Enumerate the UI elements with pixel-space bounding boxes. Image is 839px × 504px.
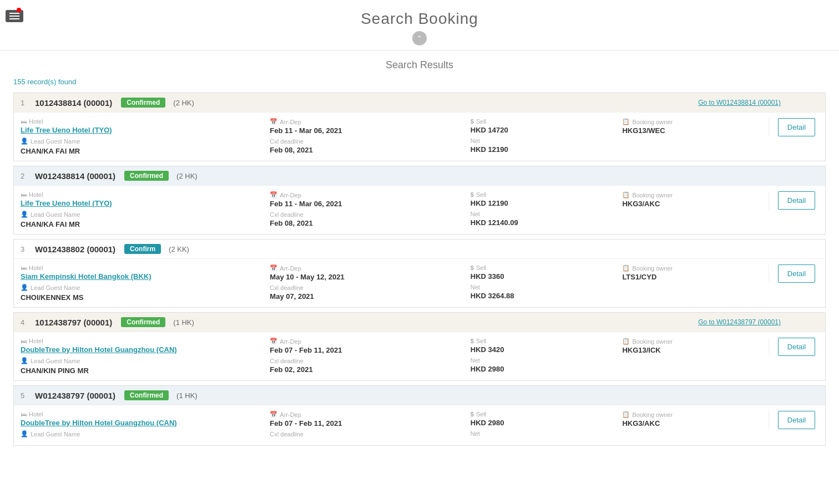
rooms-count: (2 HK) bbox=[173, 99, 194, 107]
col-owner: Booking owner HKG13/WEC bbox=[622, 118, 769, 135]
owner-value: LTS1/CYD bbox=[622, 273, 769, 281]
hotel-link[interactable]: Siam Kempinski Hotel Bangkok (BKK) bbox=[21, 272, 264, 281]
person-icon bbox=[21, 357, 28, 364]
result-item: 2 W012438814 (00001) Confirmed (2 HK) Ho… bbox=[13, 166, 826, 235]
dollar-icon bbox=[471, 338, 474, 344]
result-number: 4 bbox=[21, 318, 29, 327]
col-hotel: Hotel Life Tree Ueno Hotel (TYO) Lead Gu… bbox=[21, 118, 270, 155]
collapse-button[interactable]: ⌃ bbox=[412, 31, 427, 45]
hotel-link[interactable]: Life Tree Ueno Hotel (TYO) bbox=[21, 199, 264, 207]
arr-dep-value: Feb 07 - Feb 11, 2021 bbox=[270, 419, 464, 427]
col-price: Sell HKD 3360 Net HKD 3264.88 bbox=[471, 264, 623, 300]
arr-dep-label: Arr-Dep bbox=[270, 411, 464, 418]
owner-label: Booking owner bbox=[622, 118, 769, 125]
go-to-link[interactable]: Go to W012438797 (00001) bbox=[698, 318, 781, 326]
result-item: 3 W012438802 (00001) Confirm (2 KK) Hote… bbox=[13, 239, 826, 308]
net-value: HKD 3264.88 bbox=[471, 292, 617, 300]
hotel-link[interactable]: DoubleTree by Hilton Hotel Guangzhou (CA… bbox=[21, 345, 264, 354]
col-hotel: Hotel DoubleTree by Hilton Hotel Guangzh… bbox=[21, 411, 270, 440]
result-number: 5 bbox=[21, 391, 29, 400]
hotel-label: Hotel bbox=[21, 264, 264, 271]
net-label: Net bbox=[471, 138, 617, 144]
page-title: Search Booking bbox=[0, 10, 839, 28]
notification-dot bbox=[17, 8, 21, 12]
owner-value: HKG3/AKC bbox=[622, 419, 769, 427]
bed-icon bbox=[21, 338, 27, 344]
bed-icon bbox=[21, 411, 27, 418]
cxl-label: Cxl deadline bbox=[270, 358, 464, 364]
bed-icon bbox=[21, 264, 27, 271]
detail-button[interactable]: Detail bbox=[778, 338, 815, 356]
col-price: Sell HKD 14720 Net HKD 12190 bbox=[471, 118, 623, 154]
sell-value: HKD 12190 bbox=[471, 199, 617, 207]
col-price: Sell HKD 3420 Net HKD 2980 bbox=[471, 338, 623, 373]
dollar-icon bbox=[471, 191, 474, 198]
guest-label: Lead Guest Name bbox=[21, 138, 264, 145]
col-owner: Booking owner HKG3/AKC bbox=[622, 191, 769, 208]
cxl-label: Cxl deadline bbox=[270, 138, 464, 145]
guest-label: Lead Guest Name bbox=[21, 430, 264, 437]
calendar-icon bbox=[270, 338, 277, 345]
hotel-link[interactable]: Life Tree Ueno Hotel (TYO) bbox=[21, 126, 264, 134]
col-owner: Booking owner HKG3/AKC bbox=[622, 411, 769, 427]
sell-label: Sell bbox=[471, 191, 617, 198]
sell-label: Sell bbox=[471, 118, 617, 125]
result-header: 1 1012438814 (00001) Confirmed (2 HK) Go… bbox=[14, 93, 825, 112]
arr-dep-label: Arr-Dep bbox=[270, 191, 464, 198]
result-item: 5 W012438797 (00001) Confirmed (1 HK) Ho… bbox=[13, 385, 826, 446]
net-value: HKD 12190 bbox=[471, 145, 617, 154]
result-header: 5 W012438797 (00001) Confirmed (1 HK) bbox=[14, 386, 825, 405]
person-icon bbox=[21, 284, 28, 291]
sell-value: HKD 14720 bbox=[471, 126, 617, 134]
net-label: Net bbox=[471, 211, 617, 217]
col-dates: Arr-Dep Feb 07 - Feb 11, 2021 Cxl deadli… bbox=[270, 411, 470, 439]
results-section: Search Results 155 record(s) found 1 101… bbox=[0, 50, 839, 459]
owner-label: Booking owner bbox=[622, 264, 769, 272]
detail-button[interactable]: Detail bbox=[778, 411, 815, 429]
col-action: Detail bbox=[769, 338, 818, 356]
detail-button[interactable]: Detail bbox=[778, 264, 815, 283]
dollar-icon bbox=[471, 264, 474, 271]
booking-id: 1012438814 (00001) bbox=[35, 98, 112, 108]
booking-id: W012438814 (00001) bbox=[35, 171, 115, 181]
records-found: 155 record(s) found bbox=[13, 78, 826, 86]
status-badge: Confirmed bbox=[121, 98, 165, 108]
arr-dep-value: Feb 11 - Mar 06, 2021 bbox=[270, 126, 464, 135]
status-badge: Confirm bbox=[124, 244, 161, 254]
col-price: Sell HKD 2980 Net bbox=[471, 411, 623, 438]
result-item: 1 1012438814 (00001) Confirmed (2 HK) Go… bbox=[13, 93, 826, 161]
net-label: Net bbox=[471, 284, 617, 291]
clipboard-icon bbox=[622, 118, 630, 125]
sell-label: Sell bbox=[471, 411, 617, 418]
col-price: Sell HKD 12190 Net HKD 12140.09 bbox=[471, 191, 623, 227]
hamburger-button[interactable] bbox=[6, 10, 23, 22]
sell-label: Sell bbox=[471, 338, 617, 344]
owner-value: HKG13/WEC bbox=[622, 126, 769, 135]
arr-dep-label: Arr-Dep bbox=[270, 264, 464, 272]
result-body: Hotel Life Tree Ueno Hotel (TYO) Lead Gu… bbox=[14, 185, 825, 234]
clipboard-icon bbox=[622, 264, 630, 272]
cxl-label: Cxl deadline bbox=[270, 431, 464, 437]
guest-name: CHAN/KA FAI MR bbox=[21, 147, 264, 155]
rooms-count: (2 HK) bbox=[176, 172, 198, 180]
detail-button[interactable]: Detail bbox=[778, 118, 815, 136]
col-owner: Booking owner LTS1/CYD bbox=[622, 264, 769, 281]
arr-dep-label: Arr-Dep bbox=[270, 338, 464, 345]
result-body: Hotel Life Tree Ueno Hotel (TYO) Lead Gu… bbox=[14, 112, 825, 161]
hotel-link[interactable]: DoubleTree by Hilton Hotel Guangzhou (CA… bbox=[21, 419, 264, 427]
bed-icon bbox=[21, 118, 27, 125]
guest-label: Lead Guest Name bbox=[21, 284, 264, 291]
hotel-label: Hotel bbox=[21, 118, 264, 125]
top-bar: Search Booking ⌃ bbox=[0, 0, 839, 50]
sell-value: HKD 2980 bbox=[471, 419, 617, 427]
col-action: Detail bbox=[769, 264, 818, 283]
rooms-count: (1 HK) bbox=[176, 391, 198, 400]
go-to-link[interactable]: Go to W012438814 (00001) bbox=[698, 99, 781, 106]
guest-name: CHAN/KA FAI MR bbox=[21, 220, 264, 228]
detail-button[interactable]: Detail bbox=[778, 191, 815, 210]
rooms-count: (2 KK) bbox=[169, 245, 189, 253]
rooms-count: (1 HK) bbox=[173, 318, 194, 327]
booking-id: 1012438797 (00001) bbox=[35, 318, 112, 327]
person-icon bbox=[21, 430, 28, 437]
status-badge: Confirmed bbox=[124, 390, 169, 400]
